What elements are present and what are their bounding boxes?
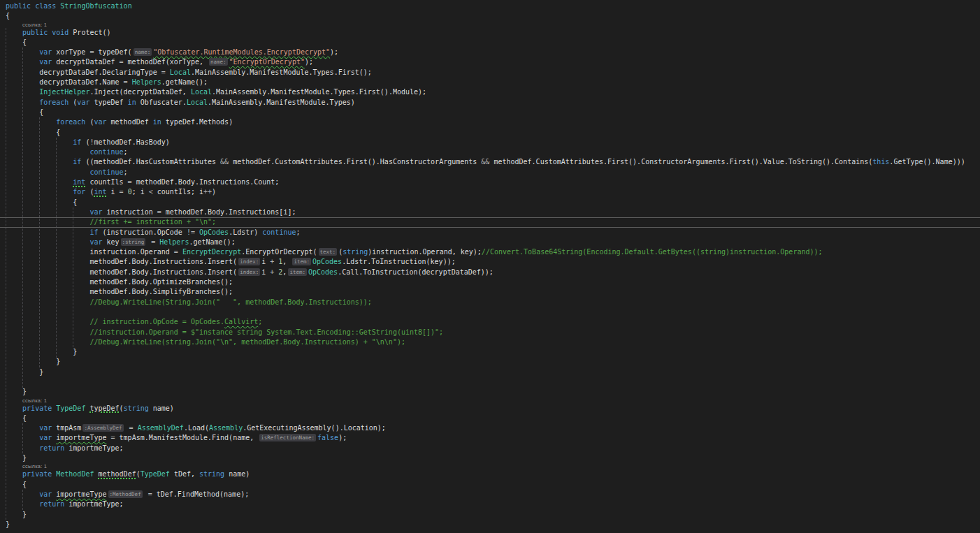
codelens-references[interactable]: ссылка: 1 [0,463,980,469]
code-token: (instruction.OpCode [98,228,186,236]
code-line[interactable]: private MethodDef methodDef(TypeDef tDef… [0,469,980,479]
code-token: { [22,38,27,46]
code-token: .GetExecutingAssembly().Location); [243,424,386,432]
code-token: } [73,348,77,356]
code-line[interactable]: return importmeType; [0,499,980,509]
code-token: this [872,158,889,166]
code-line[interactable]: var key:string = Helpers.getName(); [0,238,980,247]
code-token: { [39,108,43,116]
code-line[interactable]: //instruction.Operand = $"instance strin… [0,328,980,337]
code-line[interactable]: foreach (var typeDef in Obfuscater.Local… [0,98,980,108]
code-token: } [39,368,43,376]
code-token: var [39,48,52,56]
code-line[interactable]: if (!methodDef.HasBody) [0,138,980,147]
code-token: // instruction.OpCode = OpCodes. [89,318,224,326]
codelens-references[interactable]: ссылка: 1 [0,397,980,404]
code-token: if [73,138,81,146]
code-token: ( [85,118,94,126]
code-line[interactable]: private TypeDef typeDef(string name) [0,404,980,414]
code-token: ((methodDef.HasCustomAttributes [81,158,220,166]
code-line[interactable]: var importmeType = tmpAsm.ManifestModule… [0,433,980,443]
code-line[interactable]: public class StringObfuscation [0,1,980,11]
code-line[interactable]: InjectHelper.Inject(decryptDataDef, Loca… [0,87,980,97]
code-token: .getName(); [189,238,235,246]
code-line[interactable]: //Debug.WriteLine(string.Join("\n", meth… [0,337,980,347]
code-token: Local [191,88,212,96]
code-token: methodDef.Body.OptimizeBranches(); [89,278,233,286]
codelens-references[interactable]: ссылка: 1 [0,22,980,28]
code-line[interactable] [0,307,980,317]
code-line[interactable]: var xorType = typeDef(name:"Obfuscater.R… [0,48,980,57]
code-token: { [56,129,60,136]
code-line[interactable]: methodDef.Body.SimplifyBranches(); [0,287,980,297]
code-token: void [52,29,69,36]
code-line[interactable]: var instruction = methodDef.Body.Instruc… [0,207,980,217]
code-token: Helpers [132,78,161,86]
code-token: importmeType [56,434,106,441]
code-token: countIls; i [153,188,203,196]
code-line[interactable]: } [0,347,980,357]
code-line[interactable]: } [0,357,980,367]
code-line[interactable]: } [0,510,980,520]
code-token: for [73,188,85,196]
code-line[interactable]: int countIls = methodDef.Body.Instructio… [0,177,980,187]
code-line[interactable]: methodDef.Body.Instructions.Insert(index… [0,268,980,277]
code-line[interactable]: methodDef.Body.OptimizeBranches(); [0,277,980,287]
code-token: ); [305,58,313,66]
code-line[interactable]: } [0,520,980,530]
code-line[interactable]: //Debug.WriteLine(String.Join(" ", metho… [0,298,980,307]
code-line[interactable]: { [0,108,980,117]
code-line[interactable]: { [0,11,980,21]
code-token: //first += instruction + "\n"; [89,218,216,226]
code-line[interactable]: if (instruction.OpCode != OpCodes.Ldstr)… [0,228,980,238]
code-token: methodDef [98,470,136,478]
code-line[interactable]: instruction.Operand = EncryptDecrypt.Enc… [0,247,980,257]
code-line[interactable]: return importmeType; [0,444,980,453]
code-line-current[interactable]: //first += instruction + "\n"; [0,217,980,227]
code-token: var [39,58,52,66]
code-token: //Debug.WriteLine(String.Join(" ", metho… [89,298,371,306]
code-line[interactable]: { [0,414,980,423]
code-token: tDef, [170,470,199,478]
code-token: ); [338,434,347,441]
code-line[interactable]: methodDef.Body.Instructions.Insert(index… [0,257,980,267]
code-line[interactable]: } [0,453,980,463]
code-line[interactable]: public void Protect() [0,28,980,38]
code-line[interactable]: for (int i = 0; i < countIls; i++) [0,187,980,197]
code-line[interactable]: } [0,387,980,397]
code-token: var [77,98,89,106]
code-line[interactable]: var decryptDataDef = methodDef(xorType, … [0,57,980,67]
code-token: { [22,481,27,488]
code-line[interactable]: { [0,198,980,207]
code-line[interactable]: continue; [0,147,980,157]
code-line[interactable]: { [0,480,980,490]
code-token: .Load( [184,424,209,432]
code-line[interactable]: decryptDataDef.DeclaringType = Local.Mai… [0,68,980,78]
code-token: methodDef(xorType, [124,58,208,66]
code-token: , [282,258,291,265]
code-line[interactable]: if ((methodDef.HasCustomAttributes && me… [0,157,980,167]
code-line[interactable]: { [0,38,980,48]
code-token: var [39,434,52,441]
code-token: if [73,158,81,166]
code-line[interactable]: decryptDataDef.Name = Helpers.getName(); [0,78,980,87]
code-token: Local [170,68,191,76]
code-token: countIls [85,178,127,186]
code-line[interactable]: var tmpAsm:AssemblyDef = AssemblyDef.Loa… [0,423,980,433]
code-token: , [282,268,287,276]
code-token: continue [89,148,123,156]
code-line[interactable]: // instruction.OpCode = OpCodes.Callvirt… [0,317,980,327]
code-line[interactable] [0,377,980,387]
code-line[interactable]: { [0,128,980,138]
code-token: ++ [203,188,212,196]
code-line[interactable]: foreach (var methodDef in typeDef.Method… [0,117,980,127]
code-token: decryptDataDef.DeclaringType [39,68,161,76]
code-line[interactable]: continue; [0,168,980,177]
code-line[interactable]: } [0,367,980,377]
code-token: in [153,118,161,126]
code-area[interactable]: public class StringObfuscation{ссылка: 1… [0,1,980,530]
code-token: .Ldstr) [229,228,262,236]
code-editor[interactable]: public class StringObfuscation{ссылка: 1… [0,0,980,533]
code-token: ); [330,48,338,56]
code-line[interactable]: var importmeType:MethodDef = tDef.FindMe… [0,490,980,499]
